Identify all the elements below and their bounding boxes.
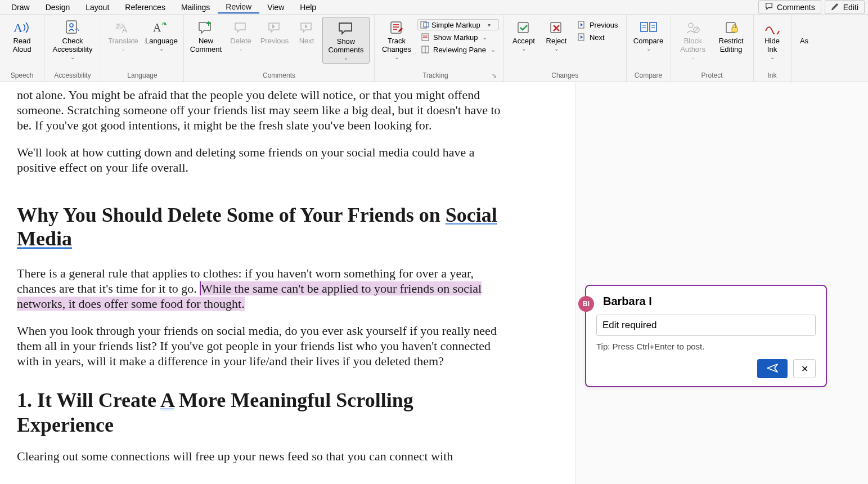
show-markup-label: Show Markup [433, 33, 478, 42]
group-protect: Block Authors ⌄ Restrict Editing Protect [671, 15, 754, 82]
tab-review[interactable]: Review [218, 1, 259, 14]
avatar: BI [578, 296, 594, 312]
svg-rect-17 [650, 23, 656, 32]
previous-comment-button[interactable]: Previous [258, 17, 291, 48]
reject-label: Reject [546, 37, 567, 46]
group-label-ink: Ink [768, 70, 777, 82]
comment-input[interactable] [596, 315, 816, 336]
workspace: not alone. You might be afraid that the … [0, 82, 868, 484]
heading-why-delete[interactable]: Why You Should Delete Some of Your Frien… [17, 204, 512, 250]
group-label-changes: Changes [551, 70, 578, 82]
previous-change-label: Previous [590, 21, 618, 29]
editing-button-label: Editi [843, 3, 858, 12]
group-speech: A Read Aloud Speech [0, 15, 44, 82]
comment-author: Barbara I [603, 295, 816, 308]
new-comment-label: New Comment [190, 37, 222, 54]
group-label-protect: Protect [701, 70, 723, 82]
check-accessibility-button[interactable]: Check Accessibility ⌄ [49, 17, 96, 62]
reviewing-pane-button[interactable]: Reviewing Pane [417, 44, 499, 55]
svg-point-18 [689, 23, 693, 28]
hide-ink-label: Hide Ink [764, 37, 780, 54]
group-assist: As [791, 15, 817, 82]
language-button[interactable]: A Language ⌄ [144, 17, 179, 54]
next-comment-label: Next [299, 37, 314, 46]
ribbon: A Read Aloud Speech Check Accessibility … [0, 15, 868, 82]
new-comment-button[interactable]: New Comment [188, 17, 223, 56]
group-tracking: Track Changes ⌄ Simple Markup ▾ Show Mar… [375, 15, 504, 82]
next-comment-icon [296, 19, 317, 36]
group-language: あA Translate ⌄ A Language ⌄ Language [101, 15, 184, 82]
body-paragraph[interactable]: There is a general rule that applies to … [17, 266, 512, 311]
track-changes-button[interactable]: Track Changes ⌄ [379, 17, 414, 62]
send-comment-button[interactable] [757, 359, 788, 378]
restrict-editing-label: Restrict Editing [719, 37, 744, 54]
tab-references[interactable]: References [117, 2, 173, 13]
heading-text: Why You Should Delete Some of Your Frien… [17, 204, 446, 226]
restrict-editing-icon [721, 19, 741, 36]
assist-button[interactable]: As [796, 17, 813, 48]
track-changes-icon [386, 19, 407, 36]
editing-button[interactable]: Editi [825, 0, 865, 14]
compare-button[interactable]: Compare ⌄ [631, 17, 666, 54]
block-authors-button[interactable]: Block Authors ⌄ [676, 17, 710, 62]
next-comment-button[interactable]: Next [294, 17, 319, 48]
document-area[interactable]: not alone. You might be afraid that the … [0, 82, 575, 484]
comment-card[interactable]: BI Barbara I Tip: Press Ctrl+Enter to po… [585, 285, 827, 387]
show-comments-icon [336, 20, 356, 37]
body-paragraph[interactable]: When you look through your friends on so… [17, 324, 512, 369]
restrict-editing-button[interactable]: Restrict Editing [714, 17, 749, 56]
cancel-comment-button[interactable]: ✕ [793, 359, 816, 378]
markup-mode-select[interactable]: Simple Markup ▾ [417, 19, 499, 30]
show-markup-icon [421, 33, 430, 42]
svg-text:A: A [153, 21, 161, 34]
subheading-1[interactable]: 1. It Will Create A More Meaningful Scro… [17, 388, 512, 438]
accessibility-icon [62, 19, 83, 36]
reject-button[interactable]: Reject ⌄ [542, 17, 570, 54]
language-label: Language [145, 37, 178, 46]
body-paragraph[interactable]: Clearing out some connections will free … [17, 449, 512, 464]
subheading-text: 1. It Will Create [17, 389, 160, 411]
tab-help[interactable]: Help [292, 2, 324, 13]
tab-view[interactable]: View [259, 2, 292, 13]
read-aloud-button[interactable]: A Read Aloud [5, 17, 39, 56]
previous-change-button[interactable]: Previous [574, 19, 622, 30]
compare-icon [638, 19, 659, 36]
comment-tip: Tip: Press Ctrl+Enter to post. [596, 342, 816, 351]
translate-label: Translate [108, 37, 138, 46]
send-icon [766, 363, 779, 375]
svg-rect-12 [518, 23, 528, 33]
translate-button[interactable]: あA Translate ⌄ [106, 17, 141, 54]
tracking-dialog-launcher[interactable]: ⇘ [492, 72, 497, 79]
tab-design[interactable]: Design [38, 2, 78, 13]
pencil-icon [831, 2, 840, 12]
body-paragraph[interactable]: We'll look at how cutting down and delet… [17, 145, 512, 176]
accept-label: Accept [512, 37, 535, 46]
group-label-comments: Comments [263, 70, 295, 82]
group-label-compare: Compare [635, 70, 662, 82]
group-label-tracking: Tracking [379, 70, 492, 82]
delete-comment-icon [231, 19, 251, 36]
comments-button[interactable]: Comments [758, 0, 821, 14]
close-icon: ✕ [801, 364, 808, 374]
svg-text:A: A [14, 21, 23, 35]
tab-mailings[interactable]: Mailings [173, 2, 218, 13]
hide-ink-button[interactable]: Hide Ink ⌄ [758, 17, 786, 62]
read-aloud-icon: A [12, 19, 32, 36]
block-authors-icon [683, 19, 703, 36]
delete-comment-label: Delete [230, 37, 251, 46]
block-authors-label: Block Authors [680, 37, 705, 54]
tab-layout[interactable]: Layout [78, 2, 117, 13]
group-label-speech: Speech [11, 70, 34, 82]
show-markup-button[interactable]: Show Markup [417, 32, 499, 43]
next-change-button[interactable]: Next [574, 32, 622, 43]
language-icon: A [151, 19, 172, 36]
delete-comment-button[interactable]: Delete ⌄ [227, 17, 255, 54]
hide-ink-icon [762, 19, 782, 36]
tab-draw[interactable]: Draw [3, 2, 38, 13]
read-aloud-label: Read Aloud [12, 37, 31, 54]
assist-icon [794, 19, 815, 36]
body-paragraph[interactable]: not alone. You might be afraid that the … [17, 88, 512, 133]
markup-mode-value: Simple Markup [431, 21, 485, 29]
accept-button[interactable]: Accept ⌄ [509, 17, 539, 54]
show-comments-button[interactable]: Show Comments ⌄ [322, 17, 370, 64]
